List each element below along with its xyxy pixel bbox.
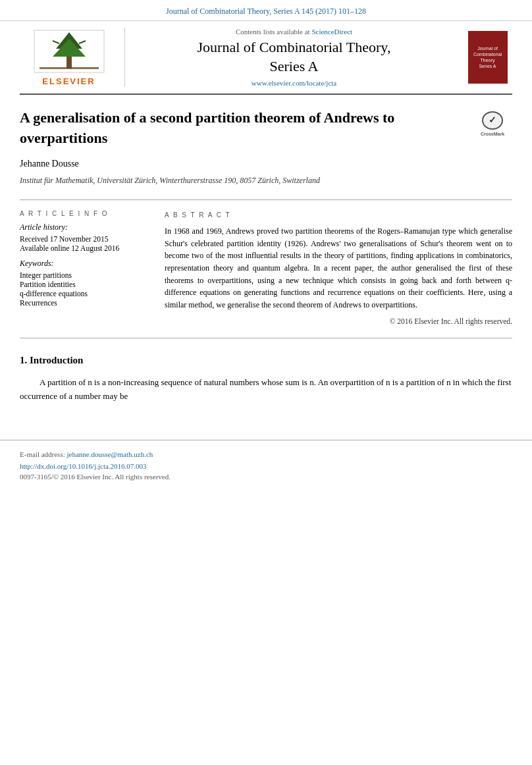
keyword-3: q-difference equations bbox=[20, 290, 151, 298]
keywords-label: Keywords: bbox=[20, 259, 151, 269]
journal-cover-image: Journal of Combinatorial Theory Series A bbox=[468, 31, 508, 84]
keyword-4: Recurrences bbox=[20, 299, 151, 307]
abstract-col: A B S T R A C T In 1968 and 1969, Andrew… bbox=[165, 210, 512, 328]
journal-title-header: Journal of Combinatorial Theory, Series … bbox=[198, 38, 391, 76]
keyword-2: Partition identities bbox=[20, 280, 151, 288]
article-info-label: A R T I C L E I N F O bbox=[20, 210, 151, 217]
intro-paragraph-1: A partition of n is a non-increasing seq… bbox=[20, 376, 512, 404]
journal-header: ELSEVIER Contents lists available at Sci… bbox=[20, 21, 512, 95]
svg-line-4 bbox=[53, 41, 59, 43]
header-right: Journal of Combinatorial Theory Series A bbox=[463, 28, 512, 87]
svg-rect-1 bbox=[66, 57, 72, 68]
article-info-col: A R T I C L E I N F O Article history: R… bbox=[20, 210, 151, 328]
contents-line: Contents lists available at ScienceDirec… bbox=[236, 28, 352, 36]
crossmark-badge[interactable]: ✓ CrossMark bbox=[473, 111, 512, 138]
journal-ref-bar: Journal of Combinatorial Theory, Series … bbox=[0, 0, 532, 21]
footer-section: E-mail address: jehanne.dousse@math.uzh.… bbox=[0, 440, 532, 487]
footnote-email: E-mail address: jehanne.dousse@math.uzh.… bbox=[20, 450, 512, 458]
abstract-text: In 1968 and 1969, Andrews proved two par… bbox=[165, 225, 512, 311]
journal-ref-text: Journal of Combinatorial Theory, Series … bbox=[166, 7, 366, 16]
crossmark-text: CrossMark bbox=[481, 131, 504, 138]
abstract-copyright: © 2016 Elsevier Inc. All rights reserved… bbox=[165, 316, 512, 328]
footer-copyright: 0097-3165/© 2016 Elsevier Inc. All right… bbox=[20, 473, 512, 481]
article-history-label: Article history: bbox=[20, 223, 151, 232]
contents-text: Contents lists available at bbox=[236, 28, 310, 36]
svg-line-5 bbox=[79, 41, 86, 43]
elsevier-tree-logo bbox=[33, 29, 105, 74]
elsevier-label: ELSEVIER bbox=[42, 76, 95, 86]
section-title: 1. Introduction bbox=[20, 355, 512, 366]
article-meta-section: A R T I C L E I N F O Article history: R… bbox=[20, 199, 512, 338]
received-date: Received 17 November 2015 bbox=[20, 235, 151, 243]
header-center: Contents lists available at ScienceDirec… bbox=[125, 28, 463, 87]
author-name: Jehanne Dousse bbox=[20, 159, 512, 169]
crossmark-circle: ✓ bbox=[482, 111, 503, 130]
abstract-label: A B S T R A C T bbox=[165, 210, 512, 221]
doi-link[interactable]: http://dx.doi.org/10.1016/j.jcta.2016.07… bbox=[20, 462, 512, 470]
page-wrapper: Journal of Combinatorial Theory, Series … bbox=[0, 0, 532, 765]
header-left: ELSEVIER bbox=[20, 28, 125, 87]
available-date: Available online 12 August 2016 bbox=[20, 244, 151, 252]
keywords-section: Keywords: Integer partitions Partition i… bbox=[20, 259, 151, 307]
journal-url[interactable]: www.elsevier.com/locate/jcta bbox=[252, 79, 336, 87]
main-content: A generalisation of a second partition t… bbox=[0, 95, 532, 427]
sciencedirect-link[interactable]: ScienceDirect bbox=[311, 28, 352, 36]
article-title: A generalisation of a second partition t… bbox=[20, 108, 512, 149]
email-link[interactable]: jehanne.dousse@math.uzh.ch bbox=[66, 450, 153, 458]
author-affiliation: Institut für Mathematik, Universität Zür… bbox=[20, 174, 512, 186]
introduction-section: 1. Introduction A partition of n is a no… bbox=[20, 355, 512, 404]
keyword-1: Integer partitions bbox=[20, 271, 151, 279]
